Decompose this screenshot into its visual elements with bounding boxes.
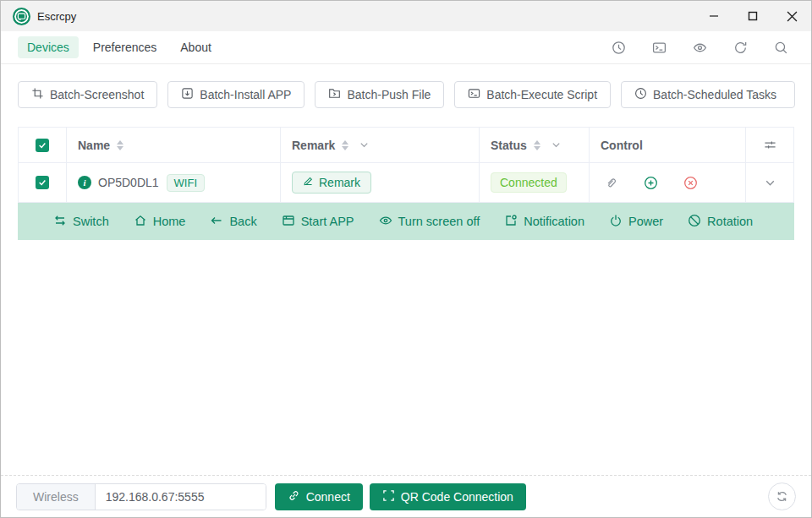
app-box-icon: [282, 214, 295, 230]
install-icon: [181, 87, 194, 102]
turn-screen-off-label: Turn screen off: [398, 215, 480, 228]
device-info-icon[interactable]: i: [78, 176, 91, 189]
device-table: Name Remark Status Control: [18, 127, 794, 240]
scan-icon: [382, 489, 395, 504]
switch-icon: [53, 214, 67, 230]
mirror-link-icon[interactable]: [605, 176, 618, 189]
home-action[interactable]: Home: [134, 214, 186, 230]
maximize-button[interactable]: [733, 1, 772, 31]
name-column-header: Name: [67, 128, 281, 163]
app-logo-icon: [13, 8, 30, 25]
device-name: OP5D0DL1: [98, 176, 159, 189]
nav-tabs: Devices Preferences About: [18, 36, 221, 58]
device-select-cell: [18, 163, 67, 203]
select-all-cell: [18, 128, 67, 163]
column-settings-cell: [746, 128, 794, 163]
empty-content-area: [1, 240, 811, 475]
remark-button-label: Remark: [319, 176, 360, 189]
home-icon: [134, 214, 147, 230]
batch-push-file-button[interactable]: Batch-Push File: [315, 81, 444, 108]
status-column-header: Status: [480, 128, 590, 163]
device-action-bar: Switch Home Back Start APP Turn screen o…: [18, 203, 794, 240]
select-all-checkbox[interactable]: [36, 139, 49, 152]
power-icon: [609, 214, 623, 230]
app-identity: Escrcpy: [1, 8, 76, 25]
device-remark-cell: Remark: [281, 163, 480, 203]
power-action[interactable]: Power: [609, 214, 663, 230]
tab-devices[interactable]: Devices: [18, 36, 79, 58]
batch-execute-script-button[interactable]: Batch-Execute Script: [454, 81, 611, 108]
qr-button-label: QR Code Connection: [401, 490, 513, 504]
tab-preferences[interactable]: Preferences: [84, 36, 166, 58]
wifi-badge: WIFI: [167, 174, 205, 192]
rotation-action[interactable]: Rotation: [688, 214, 753, 230]
table-header-row: Name Remark Status Control: [18, 128, 794, 163]
window-title: Escrcpy: [37, 10, 76, 23]
terminal-icon[interactable]: [652, 41, 667, 55]
connect-button-label: Connect: [306, 490, 350, 504]
status-sort-control[interactable]: [534, 140, 540, 150]
app-window: Escrcpy Devices Preferences About: [0, 0, 812, 518]
remark-sort-control[interactable]: [342, 140, 348, 150]
power-label: Power: [628, 215, 663, 228]
batch-scheduled-tasks-label: Batch-Scheduled Tasks: [653, 88, 776, 101]
notification-icon: [504, 214, 518, 230]
home-label: Home: [153, 215, 186, 228]
remark-column-header: Remark: [281, 128, 480, 163]
tab-about[interactable]: About: [171, 36, 221, 58]
disconnect-circle-icon[interactable]: [683, 176, 698, 190]
control-column-header: Control: [590, 128, 746, 163]
batch-screenshot-button[interactable]: Batch-Screenshot: [18, 81, 157, 108]
batch-install-app-button[interactable]: Batch-Install APP: [167, 81, 304, 108]
batch-actions-row: Batch-Screenshot Batch-Install APP Batch…: [18, 81, 811, 108]
device-row: i OP5D0DL1 WIFI Remark Connected: [18, 163, 794, 203]
device-address-input[interactable]: [96, 484, 266, 510]
batch-screenshot-label: Batch-Screenshot: [50, 88, 144, 101]
remark-button[interactable]: Remark: [292, 172, 371, 194]
device-expand-cell: [746, 163, 794, 203]
control-header-label: Control: [601, 139, 643, 152]
qr-code-connection-button[interactable]: QR Code Connection: [370, 483, 526, 510]
device-control-cell: [590, 163, 746, 203]
device-checkbox[interactable]: [36, 176, 49, 189]
minimize-button[interactable]: [694, 1, 733, 31]
batch-scheduled-tasks-button[interactable]: Batch-Scheduled Tasks: [621, 81, 795, 108]
close-button[interactable]: [772, 1, 811, 31]
name-sort-control[interactable]: [117, 140, 123, 150]
notification-label: Notification: [524, 215, 584, 228]
title-bar: Escrcpy: [1, 1, 811, 31]
rotation-label: Rotation: [707, 215, 753, 228]
status-filter-chevron-icon[interactable]: [551, 139, 562, 150]
notification-action[interactable]: Notification: [504, 214, 584, 230]
expand-row-chevron-icon[interactable]: [764, 177, 776, 189]
refresh-devices-button[interactable]: [768, 483, 796, 510]
turn-screen-off-action[interactable]: Turn screen off: [379, 214, 480, 230]
remark-filter-chevron-icon[interactable]: [359, 139, 370, 150]
eye-icon[interactable]: [693, 41, 707, 55]
column-settings-icon[interactable]: [764, 139, 776, 151]
toolbar-icons: [612, 41, 794, 55]
folder-icon: [328, 87, 341, 102]
search-icon[interactable]: [774, 41, 788, 55]
history-icon[interactable]: [612, 41, 626, 55]
tab-bar: Devices Preferences About: [1, 31, 811, 64]
status-header-label: Status: [491, 139, 527, 152]
footer-bar: Wireless Connect QR Code Connection: [1, 475, 811, 517]
connect-button[interactable]: Connect: [275, 483, 363, 510]
back-label: Back: [229, 215, 256, 228]
switch-label: Switch: [73, 215, 109, 228]
address-input-group: Wireless: [16, 483, 266, 510]
add-circle-icon[interactable]: [644, 176, 658, 190]
name-header-label: Name: [78, 139, 110, 152]
back-action[interactable]: Back: [210, 214, 256, 230]
crop-icon: [31, 87, 44, 102]
refresh-icon[interactable]: [733, 41, 748, 55]
rotation-icon: [688, 214, 701, 230]
clock-icon: [634, 87, 647, 102]
device-name-cell: i OP5D0DL1 WIFI: [67, 163, 281, 203]
connection-mode-select[interactable]: Wireless: [17, 484, 96, 510]
switch-action[interactable]: Switch: [53, 214, 109, 230]
start-app-action[interactable]: Start APP: [282, 214, 354, 230]
device-actions-row: Switch Home Back Start APP Turn screen o…: [18, 203, 794, 240]
window-controls: [694, 1, 811, 31]
